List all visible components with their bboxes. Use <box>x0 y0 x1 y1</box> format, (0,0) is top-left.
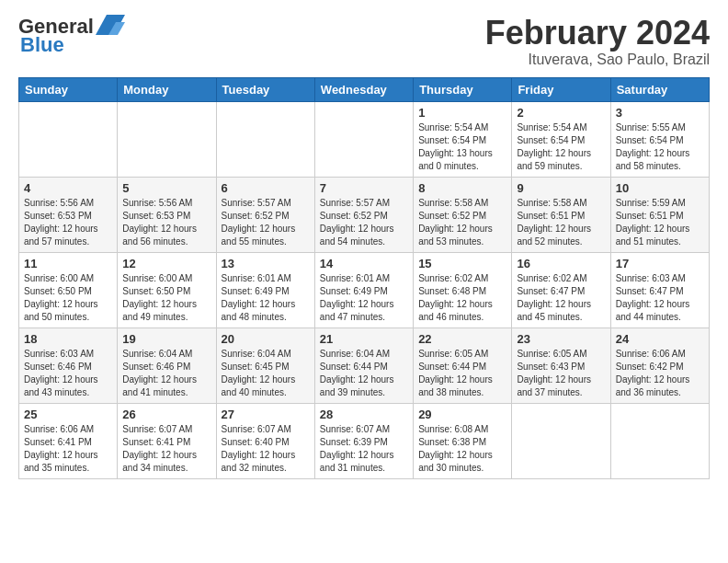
calendar-cell: 15Sunrise: 6:02 AMSunset: 6:48 PMDayligh… <box>414 252 512 327</box>
calendar-cell: 2Sunrise: 5:54 AMSunset: 6:54 PMDaylight… <box>512 101 610 177</box>
day-number: 5 <box>122 181 210 195</box>
calendar-cell: 10Sunrise: 5:59 AMSunset: 6:51 PMDayligh… <box>610 177 709 252</box>
calendar-cell: 3Sunrise: 5:55 AMSunset: 6:54 PMDaylight… <box>610 101 709 177</box>
calendar-cell: 18Sunrise: 6:03 AMSunset: 6:46 PMDayligh… <box>19 327 118 403</box>
calendar-cell: 6Sunrise: 5:57 AMSunset: 6:52 PMDaylight… <box>216 177 314 252</box>
calendar-cell: 25Sunrise: 6:06 AMSunset: 6:41 PMDayligh… <box>19 403 118 478</box>
day-info: Sunrise: 6:03 AMSunset: 6:47 PMDaylight:… <box>616 272 704 324</box>
day-info: Sunrise: 6:04 AMSunset: 6:44 PMDaylight:… <box>320 348 408 399</box>
day-info: Sunrise: 5:58 AMSunset: 6:51 PMDaylight:… <box>517 197 605 248</box>
day-info: Sunrise: 5:58 AMSunset: 6:52 PMDaylight:… <box>418 197 506 248</box>
day-info: Sunrise: 6:00 AMSunset: 6:50 PMDaylight:… <box>122 272 210 324</box>
day-number: 19 <box>122 332 210 346</box>
day-number: 14 <box>320 257 408 270</box>
day-number: 18 <box>24 332 112 346</box>
month-title: February 2024 <box>485 15 710 52</box>
day-info: Sunrise: 5:55 AMSunset: 6:54 PMDaylight:… <box>616 121 704 173</box>
day-info: Sunrise: 6:04 AMSunset: 6:45 PMDaylight:… <box>222 348 310 399</box>
logo: General Blue <box>18 15 125 57</box>
calendar-cell: 26Sunrise: 6:07 AMSunset: 6:41 PMDayligh… <box>118 403 216 478</box>
day-number: 2 <box>517 106 605 120</box>
week-row-3: 11Sunrise: 6:00 AMSunset: 6:50 PMDayligh… <box>19 252 710 327</box>
week-row-5: 25Sunrise: 6:06 AMSunset: 6:41 PMDayligh… <box>19 403 710 478</box>
calendar-cell <box>610 403 709 478</box>
calendar-cell: 11Sunrise: 6:00 AMSunset: 6:50 PMDayligh… <box>19 252 118 327</box>
day-number: 4 <box>24 181 112 195</box>
calendar-cell <box>512 403 610 478</box>
calendar-cell: 9Sunrise: 5:58 AMSunset: 6:51 PMDaylight… <box>512 177 610 252</box>
calendar-cell: 21Sunrise: 6:04 AMSunset: 6:44 PMDayligh… <box>314 327 413 403</box>
day-info: Sunrise: 5:56 AMSunset: 6:53 PMDaylight:… <box>24 197 112 248</box>
calendar-cell <box>19 101 118 177</box>
calendar-cell: 29Sunrise: 6:08 AMSunset: 6:38 PMDayligh… <box>414 403 512 478</box>
weekday-header-wednesday: Wednesday <box>314 77 413 101</box>
day-info: Sunrise: 6:06 AMSunset: 6:41 PMDaylight:… <box>24 423 112 475</box>
calendar-cell <box>216 101 314 177</box>
calendar-cell: 16Sunrise: 6:02 AMSunset: 6:47 PMDayligh… <box>512 252 610 327</box>
day-info: Sunrise: 6:07 AMSunset: 6:41 PMDaylight:… <box>122 423 210 475</box>
calendar-cell: 12Sunrise: 6:00 AMSunset: 6:50 PMDayligh… <box>118 252 216 327</box>
calendar-cell: 1Sunrise: 5:54 AMSunset: 6:54 PMDaylight… <box>414 101 512 177</box>
calendar-cell: 5Sunrise: 5:56 AMSunset: 6:53 PMDaylight… <box>118 177 216 252</box>
day-number: 6 <box>222 181 310 195</box>
day-info: Sunrise: 6:00 AMSunset: 6:50 PMDaylight:… <box>24 272 112 324</box>
calendar-cell <box>118 101 216 177</box>
day-info: Sunrise: 6:05 AMSunset: 6:43 PMDaylight:… <box>517 348 605 399</box>
day-number: 23 <box>517 332 605 346</box>
day-number: 15 <box>418 257 506 270</box>
day-number: 27 <box>222 408 310 421</box>
header: General Blue February 2024 Ituverava, Sa… <box>18 15 710 68</box>
calendar-table: SundayMondayTuesdayWednesdayThursdayFrid… <box>18 77 710 479</box>
weekday-header-saturday: Saturday <box>610 77 709 101</box>
calendar-cell: 8Sunrise: 5:58 AMSunset: 6:52 PMDaylight… <box>414 177 512 252</box>
day-number: 10 <box>616 181 704 195</box>
calendar-cell: 22Sunrise: 6:05 AMSunset: 6:44 PMDayligh… <box>414 327 512 403</box>
day-number: 3 <box>616 106 704 120</box>
week-row-2: 4Sunrise: 5:56 AMSunset: 6:53 PMDaylight… <box>19 177 710 252</box>
day-info: Sunrise: 6:08 AMSunset: 6:38 PMDaylight:… <box>418 423 506 475</box>
day-info: Sunrise: 5:54 AMSunset: 6:54 PMDaylight:… <box>517 121 605 173</box>
calendar-cell: 28Sunrise: 6:07 AMSunset: 6:39 PMDayligh… <box>314 403 413 478</box>
calendar-cell: 24Sunrise: 6:06 AMSunset: 6:42 PMDayligh… <box>610 327 709 403</box>
location-title: Ituverava, Sao Paulo, Brazil <box>485 52 710 68</box>
day-info: Sunrise: 6:02 AMSunset: 6:48 PMDaylight:… <box>418 272 506 324</box>
weekday-header-friday: Friday <box>512 77 610 101</box>
calendar-cell: 20Sunrise: 6:04 AMSunset: 6:45 PMDayligh… <box>216 327 314 403</box>
day-number: 7 <box>320 181 408 195</box>
day-number: 28 <box>320 408 408 421</box>
day-info: Sunrise: 6:06 AMSunset: 6:42 PMDaylight:… <box>616 348 704 399</box>
day-info: Sunrise: 6:03 AMSunset: 6:46 PMDaylight:… <box>24 348 112 399</box>
weekday-header-monday: Monday <box>118 77 216 101</box>
calendar-cell <box>314 101 413 177</box>
calendar-cell: 27Sunrise: 6:07 AMSunset: 6:40 PMDayligh… <box>216 403 314 478</box>
day-number: 16 <box>517 257 605 270</box>
weekday-header-thursday: Thursday <box>414 77 512 101</box>
day-info: Sunrise: 5:56 AMSunset: 6:53 PMDaylight:… <box>122 197 210 248</box>
day-number: 26 <box>122 408 210 421</box>
calendar-cell: 7Sunrise: 5:57 AMSunset: 6:52 PMDaylight… <box>314 177 413 252</box>
day-number: 22 <box>418 332 506 346</box>
day-number: 20 <box>222 332 310 346</box>
day-number: 9 <box>517 181 605 195</box>
logo-icon <box>96 15 125 35</box>
calendar-cell: 23Sunrise: 6:05 AMSunset: 6:43 PMDayligh… <box>512 327 610 403</box>
day-info: Sunrise: 5:57 AMSunset: 6:52 PMDaylight:… <box>320 197 408 248</box>
day-info: Sunrise: 6:07 AMSunset: 6:40 PMDaylight:… <box>222 423 310 475</box>
main-container: General Blue February 2024 Ituverava, Sa… <box>0 0 728 488</box>
day-info: Sunrise: 6:05 AMSunset: 6:44 PMDaylight:… <box>418 348 506 399</box>
title-block: February 2024 Ituverava, Sao Paulo, Braz… <box>485 15 710 68</box>
calendar-cell: 4Sunrise: 5:56 AMSunset: 6:53 PMDaylight… <box>19 177 118 252</box>
day-info: Sunrise: 6:02 AMSunset: 6:47 PMDaylight:… <box>517 272 605 324</box>
day-info: Sunrise: 6:04 AMSunset: 6:46 PMDaylight:… <box>122 348 210 399</box>
day-number: 11 <box>24 257 112 270</box>
day-info: Sunrise: 5:57 AMSunset: 6:52 PMDaylight:… <box>222 197 310 248</box>
day-info: Sunrise: 5:54 AMSunset: 6:54 PMDaylight:… <box>418 121 506 173</box>
logo-blue: Blue <box>20 33 64 57</box>
weekday-header-row: SundayMondayTuesdayWednesdayThursdayFrid… <box>19 77 710 101</box>
day-info: Sunrise: 5:59 AMSunset: 6:51 PMDaylight:… <box>616 197 704 248</box>
day-number: 25 <box>24 408 112 421</box>
day-info: Sunrise: 6:07 AMSunset: 6:39 PMDaylight:… <box>320 423 408 475</box>
day-number: 29 <box>418 408 506 421</box>
calendar-cell: 19Sunrise: 6:04 AMSunset: 6:46 PMDayligh… <box>118 327 216 403</box>
calendar-cell: 17Sunrise: 6:03 AMSunset: 6:47 PMDayligh… <box>610 252 709 327</box>
